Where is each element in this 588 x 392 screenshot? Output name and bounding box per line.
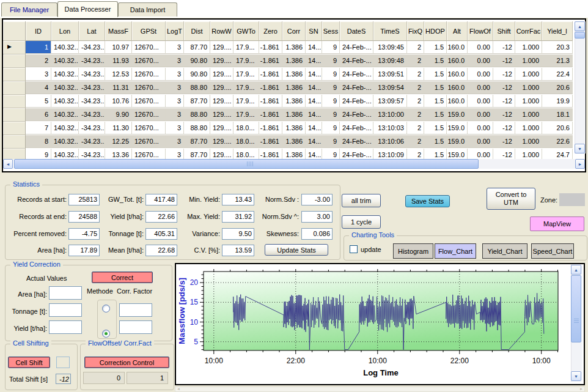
grid-cell[interactable]: 12.25 [105,135,132,148]
grid-cell[interactable]: 1.000 [515,81,542,94]
grid-cell[interactable]: 0.00 [468,122,493,135]
grid-cell[interactable]: 24.7 [542,149,573,159]
grid-cell[interactable]: 1.386 [282,41,306,54]
grid-cell[interactable]: 9 [322,122,340,135]
grid-cell[interactable]: 3 [26,68,51,81]
grid-cell[interactable]: 1.5 [424,54,447,67]
grid-cell[interactable]: 9.90 [105,108,132,121]
grid-cell[interactable]: -1.861 [259,54,282,67]
grid-cell[interactable]: 24-Feb-... [340,41,373,54]
grid-cell[interactable]: 1.5 [424,95,447,108]
grid-cell[interactable]: 18.1 [542,108,573,121]
grid-cell[interactable]: 1.386 [282,68,306,81]
grid-cell[interactable]: 8 [26,135,51,148]
grid-cell[interactable]: 17.9... [233,81,259,94]
histogram-button[interactable]: Histogram [393,243,433,259]
grid-cell[interactable]: 14... [306,108,322,121]
grid-cell[interactable]: 10.76 [105,95,132,108]
correct-button[interactable]: Correct [92,272,153,283]
row-header[interactable] [3,54,26,68]
grid-cell[interactable]: 2 [407,122,424,135]
convert-to-utm-button[interactable]: Convert to UTM [487,188,535,210]
grid-cell[interactable]: -12 [493,54,515,67]
grid-cell[interactable]: 24-Feb-... [340,68,373,81]
grid-column-header[interactable]: FlowOf [468,21,493,41]
grid-cell[interactable]: -34.23... [79,68,105,81]
grid-cell[interactable]: 3 [166,122,184,135]
grid-cell[interactable]: 1.000 [515,95,542,108]
grid-cell[interactable]: -12 [493,95,515,108]
grid-cell[interactable]: 13:10:06 [373,135,407,148]
grid-cell[interactable]: 13:09:54 [373,81,407,94]
grid-cell[interactable]: -34.23... [79,108,105,121]
chart-vscroll-thumb[interactable] [571,275,581,342]
grid-cell[interactable]: 129.... [210,135,233,148]
grid-column-header[interactable]: TimeS [373,21,407,41]
grid-column-header[interactable]: Dist [184,21,210,41]
grid-vscroll-thumb[interactable] [575,32,585,39]
row-header[interactable] [3,81,26,95]
grid-column-header[interactable]: MassF [105,21,132,41]
grid-cell[interactable]: -34.23... [79,54,105,67]
grid-cell[interactable]: 20.3 [542,41,573,54]
grid-column-header[interactable]: Yield_l [542,21,573,41]
grid-cell[interactable]: 90.80 [184,54,210,67]
grid-cell[interactable]: 129.... [210,81,233,94]
grid-cell[interactable]: 9 [322,81,340,94]
grid-cell[interactable]: 129.... [210,149,233,159]
grid-cell[interactable]: 13:09:45 [373,41,407,54]
grid-cell[interactable]: 1.386 [282,95,306,108]
grid-cell[interactable]: -1.861 [259,41,282,54]
grid-cell[interactable]: 140.32... [51,122,79,135]
one-cycle-button[interactable]: 1 cycle [342,215,381,229]
grid-cell[interactable]: 9 [322,149,340,159]
grid-cell[interactable]: 17.9... [233,41,259,54]
grid-cell[interactable]: 1 [26,41,51,54]
grid-column-header[interactable]: GPSt [132,21,166,41]
grid-cell[interactable]: 3 [166,54,184,67]
grid-cell[interactable]: 20.6 [542,122,573,135]
grid-cell[interactable]: 129.... [210,108,233,121]
grid-cell[interactable]: 1.000 [515,149,542,159]
row-header[interactable]: ▶ [3,41,26,54]
grid-cell[interactable]: 11.31 [105,81,132,94]
grid-cell[interactable]: 160.0 [447,81,468,94]
grid-cell[interactable]: 12670... [132,81,166,94]
grid-cell[interactable]: 4 [26,81,51,94]
grid-cell[interactable]: 9 [322,54,340,67]
grid-cell[interactable]: 14... [306,95,322,108]
row-header[interactable] [3,68,26,81]
tab-data-import[interactable]: Data Import [118,2,177,17]
grid-cell[interactable]: 129.... [210,41,233,54]
grid-cell[interactable]: 12670... [132,95,166,108]
update-stats-button[interactable]: Update Stats [265,244,328,256]
grid-cell[interactable]: 7 [26,122,51,135]
grid-cell[interactable]: -12 [493,122,515,135]
grid-cell[interactable]: -1.861 [259,68,282,81]
grid-cell[interactable]: 14... [306,54,322,67]
cell-shift-button[interactable]: Cell Shift [8,357,50,368]
grid-cell[interactable]: -34.23... [79,122,105,135]
grid-cell[interactable]: 0.00 [468,149,493,159]
grid-cell[interactable]: 88.80 [184,122,210,135]
grid-cell[interactable]: 160.0 [447,68,468,81]
grid-cell[interactable]: 13:10:00 [373,108,407,121]
grid-cell[interactable]: 1.000 [515,54,542,67]
row-header[interactable] [3,95,26,108]
grid-cell[interactable]: 2 [26,54,51,67]
grid-cell[interactable]: 1.5 [424,108,447,121]
grid-cell[interactable]: 13.36 [105,149,132,159]
grid-column-header[interactable]: Zero [259,21,282,41]
grid-column-header[interactable]: DateS [340,21,373,41]
grid-column-header[interactable]: Sess [322,21,340,41]
all-trim-button[interactable]: all trim [342,194,381,207]
grid-cell[interactable]: 0.00 [468,95,493,108]
grid-cell[interactable]: 90.80 [184,68,210,81]
grid-cell[interactable]: 22.4 [542,68,573,81]
grid-cell[interactable]: 24-Feb-... [340,81,373,94]
grid-column-header[interactable]: Lon [51,21,79,41]
grid-cell[interactable]: 1.5 [424,81,447,94]
grid-cell[interactable]: 9 [322,108,340,121]
grid-cell[interactable]: -1.861 [259,95,282,108]
yield-chart-button[interactable]: Yield_Chart [482,243,527,259]
